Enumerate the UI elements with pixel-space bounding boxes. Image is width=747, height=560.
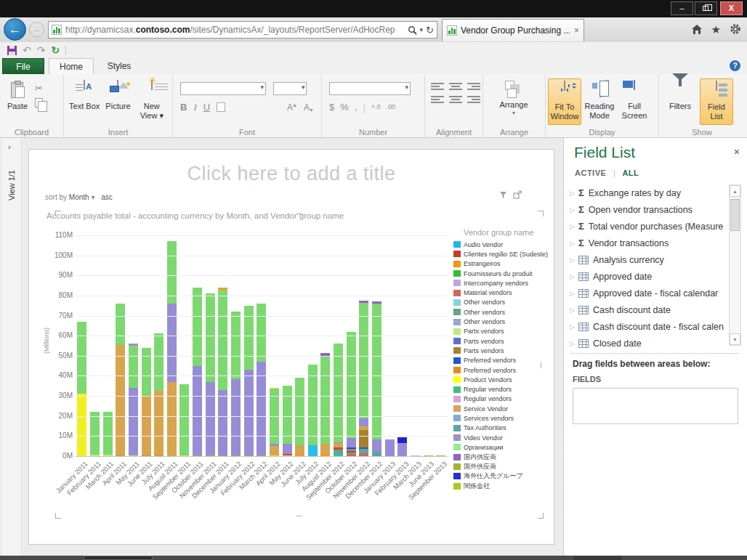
save-icon[interactable] [7, 46, 17, 55]
align-right-button[interactable] [467, 83, 480, 90]
chart-filter-icon[interactable] [499, 191, 507, 199]
expand-arrow-icon[interactable]: ▷ [570, 290, 575, 297]
report-title-placeholder[interactable]: Click here to add a title [29, 163, 554, 185]
link-icon[interactable] [217, 102, 225, 112]
bar-segment-green[interactable] [295, 378, 304, 445]
text-box-button[interactable]: A Text Box [68, 78, 100, 125]
address-bar[interactable]: http://dynamicsax.contoso.com/sites/Dyna… [48, 21, 437, 38]
bar-segment-tan[interactable] [320, 444, 330, 454]
scrollbar-thumb[interactable] [84, 556, 153, 560]
bar-segment-cyan[interactable] [308, 445, 318, 456]
selection-handle[interactable] [538, 513, 544, 519]
font-name-select[interactable] [180, 82, 266, 95]
bar-segment-purple[interactable] [359, 418, 368, 426]
bar-segment-seagreen[interactable] [334, 450, 343, 455]
picture-button[interactable]: Picture [102, 78, 134, 125]
chart-sort-bar[interactable]: sort by Month ▾ asc [45, 193, 113, 201]
field-list-item[interactable]: ▷ΣExchange rates by day [570, 184, 724, 201]
report-canvas[interactable]: Click here to add a title sort by Month … [28, 149, 554, 545]
field-list-item[interactable]: ▷Analysis currency [570, 251, 724, 268]
field-list-item[interactable]: ▷Cash discount date - fiscal calendar [570, 318, 724, 335]
selection-handle[interactable] [296, 516, 302, 516]
tab-close-icon[interactable]: × [574, 25, 579, 36]
bar-segment-green[interactable] [372, 304, 381, 439]
tab-home[interactable]: Home [49, 58, 94, 74]
bar-march-2011[interactable] [103, 412, 113, 456]
bar-segment-purple[interactable] [347, 438, 356, 447]
grow-font-button[interactable]: A [287, 102, 297, 113]
bar-segment-purple[interactable] [129, 388, 138, 455]
bar-july-2011[interactable] [154, 333, 163, 456]
field-list-tab-active[interactable]: ACTIVE [575, 169, 606, 177]
bar-november-2011[interactable] [206, 293, 215, 456]
italic-button[interactable]: I [193, 102, 196, 113]
redo-icon[interactable]: ↷ [37, 45, 46, 55]
bar-segment-green[interactable] [359, 303, 368, 418]
field-list-item[interactable]: ▷Approved date [570, 268, 724, 285]
paste-button[interactable]: Paste [3, 78, 32, 125]
bar-segment-tan[interactable] [167, 382, 177, 456]
filters-button[interactable]: Filters [663, 78, 697, 125]
shrink-font-button[interactable]: A [304, 102, 314, 113]
scrollbar-thumb[interactable] [730, 199, 740, 231]
settings-gear-icon[interactable] [730, 23, 741, 35]
bar-segment-green[interactable] [77, 322, 86, 394]
bar-segment-purple[interactable] [231, 379, 241, 455]
tab-styles[interactable]: Styles [98, 58, 140, 74]
bar-segment-green[interactable] [179, 384, 189, 455]
bar-february-2012[interactable] [244, 306, 254, 456]
bar-march-2012[interactable] [257, 304, 266, 456]
bar-segment-green[interactable] [167, 241, 177, 304]
field-list-tab-all[interactable]: ALL [622, 169, 639, 177]
align-middle-button[interactable] [449, 96, 462, 103]
help-button[interactable]: ? [730, 60, 740, 71]
sort-direction[interactable]: asc [101, 193, 113, 201]
field-list-scrollbar[interactable]: ▲ ▼ [729, 184, 741, 346]
refresh-icon[interactable]: ↻ [51, 45, 60, 55]
cut-icon[interactable]: ✂ [35, 83, 43, 94]
new-view-button[interactable]: ✳ New View ▾ [136, 78, 168, 125]
reading-mode-button[interactable]: Reading Mode [583, 78, 616, 125]
increase-decimal-button[interactable]: +.0 [371, 103, 381, 110]
bar-december-2011[interactable] [218, 288, 227, 456]
fields-drop-zone[interactable] [573, 388, 738, 424]
favorites-star-icon[interactable]: ★ [711, 24, 721, 35]
bar-february-2013[interactable] [397, 437, 407, 456]
expand-arrow-icon[interactable]: ▷ [570, 340, 575, 347]
bar-segment-green[interactable] [218, 290, 227, 390]
bar-segment-purple[interactable] [397, 443, 407, 456]
bar-segment-purple[interactable] [218, 390, 227, 455]
selection-handle[interactable] [55, 211, 61, 216]
bar-segment-green[interactable] [206, 293, 215, 382]
bar-segment-green[interactable] [116, 304, 125, 345]
bold-button[interactable]: B [180, 102, 187, 113]
align-bottom-button[interactable] [467, 96, 480, 103]
sort-dropdown-icon[interactable]: ▾ [91, 193, 94, 201]
search-icon[interactable] [408, 25, 417, 35]
align-top-button[interactable] [431, 96, 444, 103]
chart-plot-area[interactable]: (Millions) January 2011February 2011Marc… [76, 235, 448, 456]
bar-august-2012[interactable] [320, 353, 330, 456]
bar-segment-brown[interactable] [359, 430, 368, 447]
bar-segment-purple[interactable] [372, 439, 381, 452]
bar-segment-green[interactable] [257, 304, 266, 362]
align-left-button[interactable] [431, 83, 444, 90]
selection-handle[interactable] [55, 513, 61, 519]
bar-june-2011[interactable] [142, 348, 151, 456]
scroll-up-icon[interactable]: ▲ [730, 185, 740, 197]
bar-segment-navy[interactable] [397, 437, 407, 443]
bar-october-2012[interactable] [347, 332, 356, 456]
bar-february-2011[interactable] [90, 412, 100, 456]
scroll-down-icon[interactable]: ▼ [730, 333, 740, 345]
bar-july-2012[interactable] [308, 365, 318, 456]
bar-segment-green[interactable] [308, 365, 318, 445]
expand-arrow-icon[interactable]: ▷ [570, 240, 575, 247]
bar-june-2012[interactable] [295, 378, 304, 456]
bar-segment-green[interactable] [334, 344, 343, 442]
expand-views-chevron-icon[interactable]: › [8, 142, 11, 151]
expand-arrow-icon[interactable]: ▷ [570, 307, 575, 314]
bar-january-2013[interactable] [385, 439, 395, 456]
bar-segment-green[interactable] [320, 357, 330, 444]
popout-icon[interactable] [513, 190, 522, 199]
bar-segment-tan[interactable] [154, 391, 163, 455]
